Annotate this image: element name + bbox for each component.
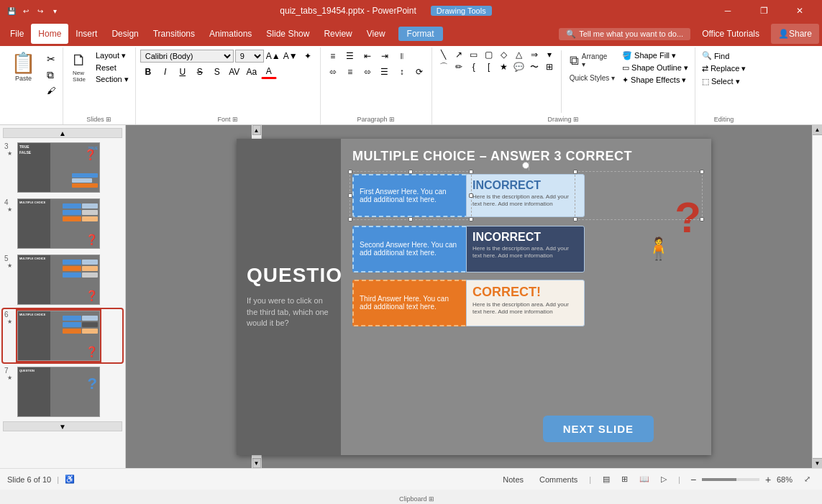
shape-freeform[interactable]: ✏	[452, 61, 466, 73]
copy-btn[interactable]: ⧉	[44, 68, 58, 83]
redo-quick-btn[interactable]: ↪	[35, 5, 46, 17]
char-spacing-btn[interactable]: AV	[227, 65, 242, 79]
line-spacing-btn[interactable]: ↕	[394, 65, 410, 79]
arrange-btn[interactable]: ⧉ Arrange▾	[566, 50, 618, 70]
accessibility-btn[interactable]: ♿	[65, 475, 75, 484]
canvas-scroll-down[interactable]: ▼	[252, 458, 261, 468]
shape-diamond[interactable]: ◇	[497, 49, 511, 60]
menu-insert[interactable]: Insert	[68, 24, 104, 44]
shape-line[interactable]: ╲	[437, 49, 451, 60]
increase-font-btn[interactable]: A▲	[265, 49, 281, 63]
change-case-btn[interactable]: Aa	[244, 65, 260, 79]
slide-thumb-3[interactable]: 3 ★ TRUE FALSE TRUE ❓	[3, 141, 122, 194]
menu-slideshow[interactable]: Slide Show	[259, 24, 316, 44]
answer-item-3[interactable]: Third Answer Here. You can add additiona…	[352, 280, 700, 326]
shape-arrow[interactable]: ↗	[452, 49, 466, 60]
zoom-minus-btn[interactable]: −	[688, 474, 699, 485]
align-left-btn[interactable]: ⬄	[325, 65, 341, 79]
result-box-2[interactable]: INCORRECT Here is the description area. …	[466, 226, 585, 272]
customize-quick-btn[interactable]: ▾	[49, 5, 60, 17]
bold-btn[interactable]: B	[140, 65, 156, 79]
bullet-list-btn[interactable]: ≡	[325, 49, 341, 63]
save-quick-btn[interactable]: 💾	[6, 5, 17, 17]
shape-outline-btn[interactable]: ▭ Shape Outline ▾	[620, 63, 690, 73]
minimize-btn[interactable]: ─	[711, 0, 744, 22]
answer-box-3[interactable]: Third Answer Here. You can add additiona…	[352, 280, 467, 326]
strikethrough-btn[interactable]: S	[192, 65, 208, 79]
answer-box-1[interactable]: First Answer Here. You can add additiona…	[352, 174, 467, 217]
menu-transitions[interactable]: Transitions	[146, 24, 202, 44]
menu-format[interactable]: Format	[398, 27, 443, 41]
menu-file[interactable]: File	[3, 24, 31, 44]
view-slideshow-btn[interactable]: ▷	[657, 473, 671, 485]
office-tutorials-btn[interactable]: Office Tutorials	[695, 24, 767, 44]
shape-triangle[interactable]: △	[512, 49, 526, 60]
font-family-select[interactable]: Calibri (Body)	[140, 50, 234, 63]
shape-star[interactable]: ★	[497, 61, 511, 73]
clear-format-btn[interactable]: ✦	[300, 49, 316, 63]
slide-thumb-7[interactable]: 7 ★ QUESTION ?	[3, 365, 122, 418]
align-center-btn[interactable]: ≡	[342, 65, 358, 79]
section-btn[interactable]: Section ▾	[93, 74, 131, 85]
format-painter-btn[interactable]: 🖌	[44, 84, 58, 97]
next-slide-btn[interactable]: NEXT SLIDE	[543, 416, 654, 442]
slide-thumb-5[interactable]: 5 ★ MULTIPLE CHOICE ❓	[3, 253, 122, 306]
decrease-font-btn[interactable]: A▼	[283, 49, 298, 63]
slide-panel-scroll-up[interactable]: ▲	[3, 128, 122, 138]
right-scrollbar[interactable]: ▲ ▼	[812, 125, 822, 468]
text-direction-btn[interactable]: ⟳	[411, 65, 427, 79]
share-btn[interactable]: 👤 Share	[771, 24, 819, 44]
menu-view[interactable]: View	[360, 24, 393, 44]
layout-btn[interactable]: Layout ▾	[93, 50, 131, 61]
result-box-1[interactable]: INCORRECT Here is the description area. …	[466, 174, 585, 217]
view-normal-btn[interactable]: ▤	[598, 473, 614, 485]
fit-slide-btn[interactable]: ⤢	[800, 473, 815, 485]
decrease-indent-btn[interactable]: ⇤	[360, 49, 375, 63]
menu-animations[interactable]: Animations	[202, 24, 259, 44]
shape-arrange[interactable]: ⊞	[542, 61, 557, 73]
menu-design[interactable]: Design	[104, 24, 145, 44]
restore-btn[interactable]: ❐	[747, 0, 780, 22]
align-right-btn[interactable]: ⬄	[360, 65, 375, 79]
menu-home[interactable]: Home	[31, 24, 68, 44]
new-slide-btn[interactable]: 🗋 NewSlide	[68, 49, 91, 85]
shape-curve[interactable]: ⌒	[437, 61, 451, 73]
view-reading-btn[interactable]: 📖	[635, 473, 654, 485]
canvas-scroll-up[interactable]: ▲	[252, 125, 261, 135]
justify-btn[interactable]: ☰	[377, 65, 393, 79]
reset-btn[interactable]: Reset	[93, 63, 131, 73]
tell-me-input[interactable]: 🔍 Tell me what you want to do...	[559, 28, 690, 40]
comments-btn[interactable]: Comments	[535, 474, 582, 485]
shape-brace[interactable]: {	[467, 61, 481, 73]
underline-btn[interactable]: U	[175, 65, 191, 79]
cut-btn[interactable]: ✂	[44, 52, 58, 66]
find-btn[interactable]: 🔍 Find	[700, 50, 748, 61]
font-size-select[interactable]: 9	[235, 50, 264, 63]
replace-btn[interactable]: ⇄ Replace ▾	[700, 63, 748, 74]
shape-right-arrow[interactable]: ⇒	[527, 49, 542, 60]
shape-rect[interactable]: ▭	[467, 49, 481, 60]
shape-more[interactable]: ▾	[542, 49, 557, 60]
shape-fill-btn[interactable]: 🪣 Shape Fill ▾	[620, 50, 690, 61]
undo-quick-btn[interactable]: ↩	[20, 5, 32, 17]
shape-rounded-rect[interactable]: ▢	[482, 49, 496, 60]
right-scroll-down[interactable]: ▼	[813, 458, 822, 468]
shadow-btn[interactable]: S	[209, 65, 225, 79]
slide-panel-scroll-down[interactable]: ▼	[3, 421, 122, 431]
result-box-3[interactable]: CORRECT! Here is the description area. A…	[466, 280, 585, 326]
zoom-plus-btn[interactable]: +	[762, 474, 774, 485]
answer-box-2[interactable]: Second Answer Here. You can add addition…	[352, 226, 467, 272]
view-slidesorter-btn[interactable]: ⊞	[617, 473, 632, 485]
columns-btn[interactable]: ⫴	[394, 49, 410, 63]
slide-panel[interactable]: ▲ 3 ★ TRUE FALSE TRUE	[0, 125, 126, 468]
close-btn[interactable]: ✕	[783, 0, 816, 22]
slide-thumb-6[interactable]: 6 ★ MULTIPLE CHOICE ❓	[3, 309, 122, 362]
shape-callout[interactable]: 💬	[512, 61, 526, 73]
menu-review[interactable]: Review	[316, 24, 359, 44]
font-color-btn[interactable]: A	[261, 65, 277, 79]
quick-styles-btn[interactable]: Quick Styles ▾	[566, 72, 618, 84]
shape-bracket[interactable]: [	[482, 61, 496, 73]
number-list-btn[interactable]: ☰	[342, 49, 358, 63]
increase-indent-btn[interactable]: ⇥	[377, 49, 393, 63]
shape-wave[interactable]: 〜	[527, 61, 542, 73]
